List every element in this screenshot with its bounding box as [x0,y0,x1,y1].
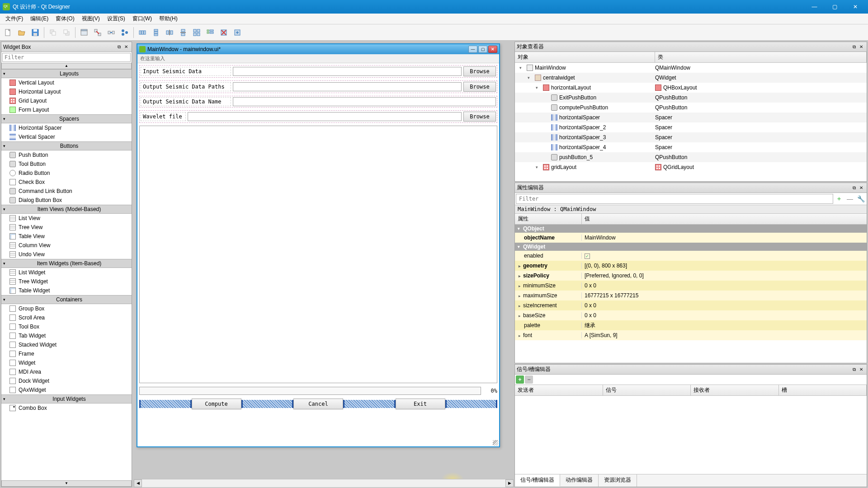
widget-category[interactable]: ▾Buttons [1,141,132,150]
expand-icon[interactable]: ▸ [519,314,523,318]
remove-signal-icon[interactable]: − [525,375,533,384]
cancel-button[interactable]: Cancel [293,399,343,409]
expand-icon[interactable]: ▾ [536,85,541,90]
object-tree-row[interactable]: pushButton_5QPushButton [515,152,867,162]
form-input[interactable] [233,67,462,76]
window-maximize-button[interactable]: ▢ [825,0,845,13]
tb-edit-widgets-icon[interactable] [78,26,90,39]
tab-resource-browser[interactable]: 资源浏览器 [599,474,637,487]
horizontal-scrollbar[interactable]: ◀ ▶ [134,479,514,487]
dock-close-icon[interactable]: ✕ [858,366,865,373]
scroll-left-button[interactable]: ◀ [134,479,142,487]
design-menubar[interactable]: 在这里输入 [137,54,499,63]
property-row[interactable]: ▸baseSize0 x 0 [515,310,867,320]
widget-box-filter-input[interactable] [2,53,131,62]
design-window-max-icon[interactable]: ▢ [478,46,487,53]
property-row[interactable]: ▸geometry[(0, 0), 800 x 863] [515,261,867,271]
tb-layout-horiz-splitter-icon[interactable] [163,26,176,39]
property-value[interactable]: A [SimSun, 9] [582,332,867,338]
object-tree-row[interactable]: computePushButtonQPushButton [515,103,867,113]
widget-item[interactable]: Table View [1,232,132,241]
widget-item[interactable]: Frame [1,349,132,358]
tb-layout-horiz-icon[interactable] [136,26,149,39]
property-value[interactable]: [Preferred, Ignored, 0, 0] [582,272,867,279]
dock-close-icon[interactable]: ✕ [123,43,130,51]
scroll-down-button[interactable]: ▼ [1,480,132,487]
form-input[interactable] [233,97,496,106]
property-group[interactable]: ▾QObject [515,225,867,233]
prop-value-header[interactable]: 值 [582,214,867,224]
menu-file[interactable]: 文件(F) [2,14,27,24]
expand-icon[interactable]: ▾ [528,75,533,80]
dock-float-icon[interactable]: ⧉ [115,43,123,51]
widget-item[interactable]: Dock Widget [1,376,132,385]
widget-item[interactable]: Group Box [1,304,132,313]
add-property-icon[interactable]: ＋ [834,194,844,204]
expand-icon[interactable]: ▾ [519,66,525,70]
property-value[interactable]: 16777215 x 16777215 [582,292,867,299]
property-row[interactable]: enabled✓ [515,251,867,261]
window-close-button[interactable]: ✕ [845,0,865,13]
property-row[interactable]: objectNameMainWindow [515,233,867,243]
receiver-header[interactable]: 接收者 [691,385,779,395]
widget-category[interactable]: ▾Containers [1,295,132,304]
tb-open-icon[interactable] [15,26,28,39]
object-tree-row[interactable]: ▾centralwidgetQWidget [515,73,867,83]
widget-item[interactable]: Scroll Area [1,313,132,322]
tb-edit-buddies-icon[interactable] [105,26,118,39]
object-tree[interactable]: ▾MainWindowQMainWindow▾centralwidgetQWid… [515,63,867,181]
expand-icon[interactable]: ▸ [519,333,523,338]
widget-item[interactable]: Tab Widget [1,331,132,340]
horizontal-spacer-icon[interactable] [445,400,498,408]
tb-layout-vert-splitter-icon[interactable] [177,26,189,39]
object-tree-row[interactable]: ▾horizontalLayoutQHBoxLayout [515,83,867,93]
widget-item[interactable]: Dialog Button Box [1,196,132,205]
object-tree-row[interactable]: ▾gridLayoutQGridLayout [515,162,867,172]
widget-box-tree[interactable]: ▾LayoutsVertical LayoutHorizontal Layout… [1,69,132,480]
object-tree-row[interactable]: horizontalSpacer_2Spacer [515,122,867,132]
widget-item[interactable]: Check Box [1,178,132,187]
class-col-header[interactable]: 类 [655,52,867,62]
menu-edit[interactable]: 编辑(E) [27,14,52,24]
design-window-close-icon[interactable]: ✕ [488,46,497,53]
widget-item[interactable]: Vertical Layout [1,78,132,87]
horizontal-spacer-icon[interactable] [343,400,396,408]
widget-item[interactable]: List View [1,214,132,223]
tb-layout-vert-icon[interactable] [150,26,162,39]
dock-close-icon[interactable]: ✕ [858,184,865,192]
widget-item[interactable]: Grid Layout [1,96,132,105]
widget-category[interactable]: ▾Spacers [1,114,132,123]
horizontal-spacer-icon[interactable] [139,400,192,408]
property-row[interactable]: ▸fontA [SimSun, 9] [515,330,867,340]
widget-category[interactable]: ▾Layouts [1,69,132,78]
dock-float-icon[interactable]: ⧉ [850,184,858,192]
form-input[interactable] [188,112,462,121]
object-tree-row[interactable]: ▾MainWindowQMainWindow [515,63,867,73]
exit-button[interactable]: Exit [396,399,445,409]
add-signal-icon[interactable]: + [516,375,524,384]
expand-icon[interactable]: ▸ [519,264,523,268]
widget-item[interactable]: Undo View [1,250,132,259]
widget-item[interactable]: Push Button [1,150,132,160]
property-value[interactable]: MainWindow [582,235,867,241]
sender-header[interactable]: 发送者 [515,385,603,395]
property-value[interactable]: [(0, 0), 800 x 863] [582,263,867,269]
expand-icon[interactable]: ▸ [519,274,523,278]
text-area[interactable] [139,126,497,383]
widget-item[interactable]: Combo Box [1,404,132,413]
widget-category[interactable]: ▾Input Widgets [1,394,132,404]
tb-adjust-size-icon[interactable] [231,26,244,39]
menu-help[interactable]: 帮助(H) [156,14,181,24]
expand-icon[interactable]: ▸ [519,294,523,298]
expand-icon[interactable]: ▸ [519,284,523,288]
widget-item[interactable]: QAxWidget [1,385,132,394]
menu-settings[interactable]: 设置(S) [104,14,129,24]
compute-button[interactable]: Compute [192,399,241,409]
widget-item[interactable]: Radio Button [1,169,132,178]
property-row[interactable]: ▸sizeIncrement0 x 0 [515,300,867,310]
config-property-icon[interactable]: 🔧 [856,194,866,204]
browse-button[interactable]: Browse [463,66,496,76]
property-filter-input[interactable] [516,194,833,204]
widget-item[interactable]: Horizontal Layout [1,87,132,96]
property-value[interactable]: ✓ [582,253,867,259]
